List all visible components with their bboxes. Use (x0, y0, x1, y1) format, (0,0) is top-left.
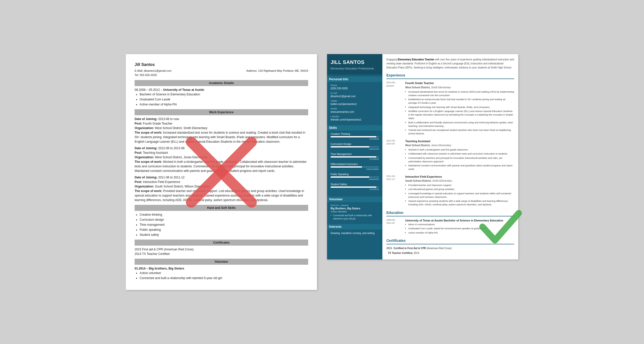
cert-entry: TX Teacher Certified, 2014 (386, 251, 514, 255)
plain-work1-dates: Date of Joining: 2013-08 to now (135, 117, 308, 121)
plain-certs-header: Certificates (135, 240, 308, 246)
plain-work1-scope: The scope of work: Increased standardize… (135, 130, 308, 144)
skill-bar-bg (331, 166, 379, 168)
linkedin-value: linkedin.com/in/janesantos1 (331, 118, 379, 122)
skill-bar-bg (331, 186, 379, 188)
exp-bullet: Built a collaborative and friendly class… (408, 121, 514, 128)
exp-date: 2011-08 -2011-12 (386, 175, 403, 181)
skill-item: Student Safety Excellent (331, 183, 379, 190)
skills-container: Creative Thinking Excellent Curriculum D… (331, 133, 379, 190)
skill-item: Curriculum Design Advanced (331, 143, 379, 150)
skill-level: Excellent (331, 158, 379, 160)
sidebar-personal-section: Personal Info Phone (555) 555-5555 E-mai… (327, 74, 382, 123)
skill-level: Advanced (331, 178, 379, 180)
sidebar-volunteer-section: Volunteer 2014-01 - present Big Brothers… (327, 195, 382, 222)
plain-work2-dates: Date of Joining: 2012-08 to 2013-08 (135, 146, 308, 150)
skill-bar-bg (331, 176, 379, 178)
skill-bar-fill (331, 176, 369, 178)
plain-volunteer-bullets: Active volunteer Connected and built a r… (140, 271, 308, 280)
plain-work3-dates: Date of Joining: 2011-08 to 2011-12 (135, 175, 308, 180)
styled-name: JILL SANTOS (331, 59, 379, 65)
skill-name: Curriculum Design (331, 143, 379, 145)
edu-bullet: Active member of Alpha Phi. (408, 231, 514, 235)
exp-bullet: Collaborated with classroom teacher to a… (408, 152, 514, 156)
edu-bullet: Graduated Cum Laude; asked be commenceme… (408, 227, 514, 230)
exp-date: 2012-08 -2013-08 (386, 139, 403, 145)
volunteer-title: Volunteer (327, 197, 382, 202)
edu-school: University of Texas at Austin Bachelor o… (405, 218, 514, 223)
exp-bullet: Maintained constant communication with p… (408, 164, 514, 171)
sidebar-header: JILL SANTOS Elementary Education Profess… (327, 54, 382, 74)
cert-year: 2015 (386, 247, 392, 250)
plain-cert-2: 2014 TX Teacher Certified (135, 252, 308, 256)
plain-work3-post: Post: Interactive Field Experience (135, 180, 308, 184)
plain-work-2: Date of Joining: 2012-08 to 2013-08 Post… (135, 146, 308, 173)
plain-academic-dates: 08.2008 – 05.2012 – (135, 88, 162, 92)
cert-entry: 2015Certified in First Aid & CPR (Americ… (386, 246, 514, 250)
volunteer-org: Big Brothers, Big Sisters (331, 207, 379, 210)
exp-date-wrap: 2013-08 -present Fourth Grade Teacher We… (386, 81, 514, 136)
plain-volunteer-dates: 01.2014 – Big brothers, Big Sisters (135, 266, 308, 271)
plain-skills-list: Creative thinking Curriculum design Time… (140, 212, 308, 237)
exp-jobtitle: Fourth Grade Teacher (405, 81, 514, 85)
exp-bullet: Led educational games and group activiti… (408, 187, 514, 191)
exp-bullets: Increased standardized test score for st… (405, 90, 514, 136)
plain-contact-left: E-Mail: jillsantos1@gmail.com Tel: 555-5… (135, 69, 172, 77)
sidebar-skills-section: Skills Creative Thinking Excellent Curri… (327, 123, 382, 195)
edu-body: University of Texas at Austin Bachelor o… (405, 218, 514, 235)
exp-body: Teaching Assistant West School District,… (405, 139, 514, 172)
plain-work2-post: Post: Teaching Assistant (135, 150, 308, 155)
exp-body: Fourth Grade Teacher West School Distric… (405, 81, 514, 136)
exp-bullet: Provided teacher and classroom support. (408, 183, 514, 187)
volunteer-bullets: Connected and built a relationship with … (331, 214, 379, 220)
skill-level: Intermediate (331, 168, 379, 170)
exp-bullet: Modified curriculum for a English Langua… (408, 109, 514, 120)
plain-work-1: Date of Joining: 2013-08 to now Post: Fo… (135, 117, 308, 144)
plain-contact: E-Mail: jillsantos1@gmail.com Tel: 555-5… (135, 69, 308, 77)
skill-level: Advanced (331, 148, 379, 150)
styled-title: Elementary Education Professional (331, 67, 379, 70)
resume-plain: Jill Santos E-Mail: jillsantos1@gmail.co… (126, 54, 317, 290)
plain-skills-header: Hard and Soft Skills (135, 205, 308, 211)
plain-work2-scope: The scope of work: Worked in both a kind… (135, 160, 308, 173)
exp-jobtitle: Teaching Assistant (405, 139, 514, 143)
exp-entry: 2012-08 -2013-08 Teaching Assistant West… (386, 139, 514, 172)
skill-bar-bg (331, 146, 379, 147)
exp-bullet: Increased standardized test score for st… (408, 90, 514, 97)
plain-vol-bullet-1: Active volunteer (140, 271, 308, 275)
plain-work3-org: Organization: South School District, Wil… (135, 184, 308, 189)
exp-body: Interactive Field Experience South Schoo… (405, 175, 514, 207)
exp-jobtitle: Interactive Field Experience (405, 175, 514, 179)
exp-org: West School District, Jones Elementary (405, 143, 514, 147)
edu-bullets: Minor in communications.Graduated Cum La… (405, 223, 514, 235)
skill-bar-fill (331, 156, 376, 158)
twitter-label: Twitter (331, 100, 379, 102)
interests-value: Drawing, marathon running, and writing. (331, 232, 379, 235)
cert-text: TX Teacher Certified, (388, 252, 413, 254)
skill-item: Differentiated Instruction Intermediate (331, 163, 379, 170)
exp-bullet: Established an extracurricular book club… (408, 98, 514, 105)
exp-date-wrap: 2011-08 -2011-12 Interactive Field Exper… (386, 175, 514, 207)
plain-email: E-Mail: jillsantos1@gmail.com (135, 69, 172, 73)
plain-certs-entry: 2015 First aid & CPR (American Red Cross… (135, 247, 308, 256)
plain-work3-scope: The scope of work: Provided teacher and … (135, 189, 308, 202)
volunteer-bullet: Connected and built a relationship with … (331, 214, 379, 220)
plain-skill-2: Curriculum design (140, 217, 308, 222)
cert-sub: (American Red Cross) (427, 247, 452, 250)
twitter-value: twitter.com/janesantos1 (331, 102, 379, 106)
cert-text: Certified in First Aid & CPR (393, 247, 426, 250)
exp-org: West School District, Smith Elementary (405, 86, 514, 89)
exp-bullets: Provided teacher and classroom support.L… (405, 183, 514, 207)
exp-bullet: Worked in both a kindergarten and first … (408, 148, 514, 151)
plain-skill-1: Creative thinking (140, 212, 308, 217)
cert-sub: 2014 (414, 252, 419, 254)
exp-org-italic: Smith Elementary (431, 86, 451, 89)
main-content: Engaging Elementary Education Teacher wi… (382, 54, 518, 259)
exp-date-wrap: 2012-08 -2013-08 Teaching Assistant West… (386, 139, 514, 172)
plain-work1-post: Post: Fourth Grade Teacher (135, 121, 308, 126)
edu-bullet: Minor in communications. (408, 223, 514, 226)
skill-bar-fill (331, 136, 376, 137)
skill-bar-fill (331, 146, 369, 147)
volunteer-date: 2014-01 - present (331, 204, 379, 207)
exp-org-italic: Smith Elementary (432, 179, 452, 182)
